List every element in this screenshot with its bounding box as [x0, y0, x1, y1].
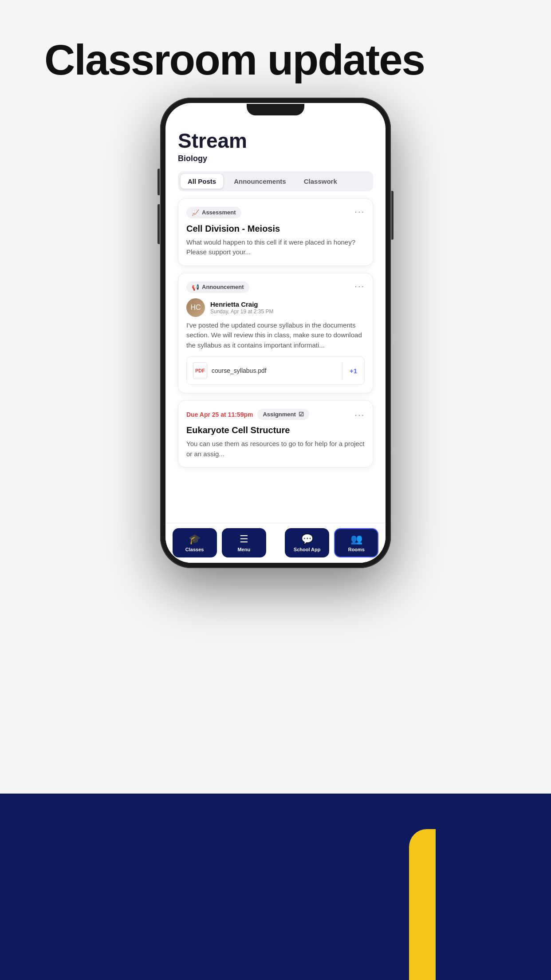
assignment-header-left: Due Apr 25 at 11:59pm Assignment ☑: [186, 409, 309, 420]
tab-classwork[interactable]: Classwork: [297, 174, 344, 189]
card-assignment: Due Apr 25 at 11:59pm Assignment ☑ ··· E…: [178, 400, 373, 467]
attachment-row[interactable]: PDF course_syllabus.pdf +1: [186, 356, 365, 385]
assessment-tag-label: Assessment: [202, 209, 236, 216]
assessment-icon: 📈: [192, 209, 199, 216]
tab-all-posts[interactable]: All Posts: [181, 174, 223, 189]
announcement-body: I've posted the updated course syllabus …: [186, 320, 365, 351]
card-more-btn-1[interactable]: ···: [354, 207, 365, 216]
avatar-img: HC: [186, 298, 205, 317]
phone-mockup: Stream Biology All Posts Announcements C…: [160, 98, 391, 568]
volume-btn-1: [157, 169, 160, 195]
bottom-nav: 🎓 Classes ☰ Menu 💬 School App 👥 Rooms: [165, 523, 386, 563]
card-more-btn-2[interactable]: ···: [354, 281, 365, 290]
user-row: HC Henrietta Craig Sunday, Apr 19 at 2:3…: [186, 298, 365, 317]
assignment-header: Due Apr 25 at 11:59pm Assignment ☑ ···: [186, 409, 365, 420]
nav-school-app-label: School App: [294, 547, 321, 552]
school-app-icon: 💬: [301, 533, 313, 545]
tab-announcements[interactable]: Announcements: [227, 174, 293, 189]
stream-title: Stream: [178, 130, 373, 152]
volume-btn-2: [157, 204, 160, 244]
page-title: Classroom updates: [44, 36, 425, 84]
nav-menu-label: Menu: [237, 547, 250, 552]
classes-icon: 🎓: [189, 533, 201, 545]
stream-subtitle: Biology: [178, 154, 373, 163]
attachment-extra[interactable]: +1: [342, 362, 364, 380]
power-btn: [391, 191, 394, 240]
assessment-tag: 📈 Assessment: [186, 207, 241, 218]
tabs-bar: All Posts Announcements Classwork: [178, 171, 373, 191]
pdf-icon: PDF: [193, 362, 207, 379]
nav-rooms[interactable]: 👥 Rooms: [334, 528, 378, 557]
assignment-title: Eukaryote Cell Structure: [186, 425, 365, 435]
announcement-icon: 📢: [192, 284, 199, 291]
phone-screen: Stream Biology All Posts Announcements C…: [165, 103, 386, 563]
screen-content: Stream Biology All Posts Announcements C…: [165, 103, 386, 523]
phone-notch: [247, 104, 304, 115]
assignment-body: You can use them as resources to go to f…: [186, 439, 365, 459]
stream-header: Stream Biology: [178, 130, 373, 163]
attachment-name: course_syllabus.pdf: [212, 367, 267, 374]
assignment-tag: Assignment ☑: [257, 409, 309, 420]
nav-school-app[interactable]: 💬 School App: [285, 528, 329, 557]
nav-rooms-label: Rooms: [348, 547, 365, 552]
card-announcement: ··· 📢 Announcement HC Henrietta Craig Su…: [178, 273, 373, 394]
nav-classes[interactable]: 🎓 Classes: [173, 528, 217, 557]
assignment-tag-label: Assignment: [263, 411, 295, 418]
nav-menu[interactable]: ☰ Menu: [222, 528, 266, 557]
due-label: Due Apr 25 at 11:59pm: [186, 411, 253, 418]
avatar: HC: [186, 298, 205, 317]
attachment-file: PDF course_syllabus.pdf: [187, 357, 342, 384]
announcement-tag: 📢 Announcement: [186, 281, 249, 293]
card-assessment: ··· 📈 Assessment Cell Division - Meiosis…: [178, 198, 373, 266]
announcement-tag-label: Announcement: [202, 284, 244, 290]
user-name: Henrietta Craig: [210, 300, 274, 308]
pdf-label: PDF: [195, 368, 205, 373]
nav-classes-label: Classes: [185, 547, 204, 552]
menu-icon: ☰: [240, 533, 248, 545]
rooms-icon: 👥: [350, 533, 362, 545]
assessment-title: Cell Division - Meiosis: [186, 224, 365, 234]
assignment-check-icon: ☑: [299, 411, 304, 418]
user-info: Henrietta Craig Sunday, Apr 19 at 2:35 P…: [210, 300, 274, 315]
user-time: Sunday, Apr 19 at 2:35 PM: [210, 308, 274, 315]
assessment-body: What would happen to this cell if it wer…: [186, 237, 365, 257]
card-more-btn-3[interactable]: ···: [354, 410, 365, 419]
bg-navy-overlay: [436, 811, 551, 980]
